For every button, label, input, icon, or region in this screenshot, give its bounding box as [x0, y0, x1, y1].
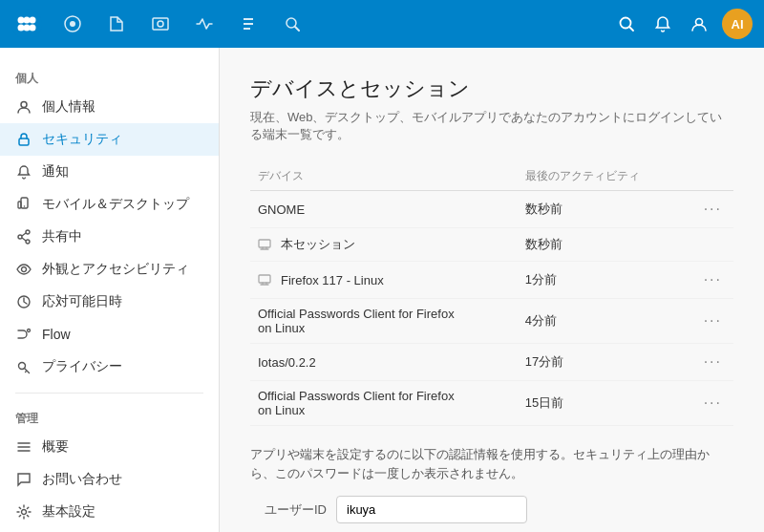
user-icon [15, 98, 32, 116]
avatar[interactable]: AI [722, 9, 753, 39]
notifications-icon[interactable] [649, 11, 676, 37]
topbar-right: AI [613, 9, 753, 39]
table-row: Official Passwords Client for Firefoxon … [250, 381, 733, 426]
sidebar-item-label: モバイル＆デスクトップ [42, 196, 189, 213]
more-button[interactable]: ··· [700, 393, 726, 414]
device-name-cell: 本セッション [250, 228, 518, 262]
device-time: 17分前 [518, 344, 682, 381]
search-icon[interactable] [613, 11, 640, 37]
auth-section: アプリや端末を設定するのに以下の認証情報を使用する。セキュリティ上の理由から、こ… [250, 445, 733, 532]
device-time: 4分前 [518, 299, 682, 344]
svg-point-19 [26, 230, 30, 234]
chat-icon [15, 471, 32, 488]
col-device: デバイス [250, 162, 518, 191]
device-time: 1分前 [518, 262, 682, 299]
sidebar-item-basic[interactable]: 基本設定 [0, 496, 219, 528]
devices-table: デバイス 最後のアクティビティ GNOME数秒前···本セッション数秒前Fire… [250, 162, 733, 426]
sidebar-item-label: プライバシー [42, 358, 122, 375]
main-content: デバイスとセッション 現在、Web、デスクトップ、モバイルアプリであなたのアカウ… [220, 48, 764, 532]
device-time: 15日前 [518, 381, 682, 426]
svg-point-22 [22, 267, 27, 272]
topbar-left [11, 9, 306, 39]
more-button[interactable]: ··· [700, 310, 726, 331]
device-actions [681, 228, 733, 262]
activity-nav[interactable] [191, 11, 218, 37]
col-activity: 最後のアクティビティ [518, 162, 682, 191]
lock-icon [15, 131, 32, 148]
svg-point-24 [28, 330, 31, 332]
svg-point-14 [21, 102, 27, 108]
device-actions[interactable]: ··· [681, 191, 733, 228]
table-row: Official Passwords Client for Firefoxon … [250, 299, 733, 344]
topbar-nav [59, 11, 306, 37]
sidebar-item-mobile-desktop[interactable]: モバイル＆デスクトップ [0, 188, 219, 221]
topbar: AI [0, 0, 764, 48]
user-id-input[interactable] [336, 496, 527, 523]
device-actions[interactable]: ··· [681, 344, 733, 381]
notes-nav[interactable] [235, 11, 262, 37]
svg-point-5 [24, 25, 31, 32]
sidebar-item-availability[interactable]: 応対可能日時 [0, 286, 219, 318]
device-name-cell: Official Passwords Client for Firefoxon … [250, 381, 518, 426]
more-button[interactable]: ··· [700, 269, 726, 290]
device-name-cell: Iotas/0.2.2 [250, 344, 518, 381]
app-logo[interactable] [11, 9, 42, 39]
photos-nav[interactable] [147, 11, 174, 37]
device-actions[interactable]: ··· [681, 381, 733, 426]
sidebar-item-overview[interactable]: 概要 [0, 431, 219, 463]
col-actions [681, 162, 733, 191]
dashboard-nav[interactable] [59, 11, 86, 37]
sidebar-item-flow[interactable]: Flow [0, 318, 219, 351]
sidebar-item-label: 基本設定 [42, 503, 96, 521]
sidebar-item-privacy[interactable]: プライバシー [0, 351, 219, 383]
sidebar-item-label: 応対可能日時 [42, 293, 122, 310]
sidebar-item-personal-info[interactable]: 個人情報 [0, 91, 219, 123]
sidebar-item-support[interactable]: お問い合わせ [0, 463, 219, 496]
more-button[interactable]: ··· [700, 199, 726, 220]
svg-point-21 [18, 235, 22, 239]
sidebar-item-label: 個人情報 [42, 98, 96, 116]
sidebar-section-admin: 管理 [0, 403, 219, 431]
user-id-label: ユーザーID [250, 501, 327, 519]
svg-rect-28 [259, 275, 270, 283]
mobile-icon [15, 196, 32, 213]
more-button[interactable]: ··· [700, 351, 726, 372]
sidebar-item-label: お問い合わせ [42, 471, 122, 488]
contacts-icon[interactable] [686, 11, 712, 37]
svg-point-1 [18, 17, 25, 24]
files-nav[interactable] [103, 11, 130, 37]
device-name-cell: Official Passwords Client for Firefoxon … [250, 299, 518, 344]
sidebar-item-sharing[interactable]: 共有中 [0, 221, 219, 253]
table-row: Firefox 117 - Linux1分前··· [250, 262, 733, 299]
sidebar-divider [15, 393, 203, 394]
svg-point-10 [158, 21, 163, 27]
svg-point-26 [22, 510, 27, 515]
table-row: GNOME数秒前··· [250, 191, 733, 228]
device-actions[interactable]: ··· [681, 299, 733, 344]
device-time: 数秒前 [518, 191, 682, 228]
page-title: デバイスとセッション [250, 74, 733, 103]
svg-point-3 [30, 17, 36, 24]
sidebar-item-label: 概要 [42, 438, 69, 456]
svg-point-2 [24, 17, 31, 24]
sidebar: 個人 個人情報 セキュリティ 通知 モバイル＆デスクトップ [0, 48, 220, 532]
svg-point-4 [18, 25, 25, 32]
passwords-nav[interactable] [279, 11, 306, 37]
device-time: 数秒前 [518, 228, 682, 262]
svg-rect-15 [19, 138, 29, 145]
sidebar-item-label: Flow [42, 327, 71, 342]
auth-desc: アプリや端末を設定するのに以下の認証情報を使用する。セキュリティ上の理由から、こ… [250, 445, 733, 482]
sidebar-item-label: 共有中 [42, 228, 82, 245]
share-icon [15, 228, 32, 245]
clock-icon [15, 293, 32, 310]
flow-icon [15, 326, 32, 343]
sidebar-item-security[interactable]: セキュリティ [0, 123, 219, 156]
table-row: 本セッション数秒前 [250, 228, 733, 262]
sidebar-item-notifications[interactable]: 通知 [0, 156, 219, 188]
svg-point-0 [11, 9, 42, 39]
device-actions[interactable]: ··· [681, 262, 733, 299]
sidebar-item-appearance[interactable]: 外観とアクセシビリティ [0, 253, 219, 286]
svg-rect-17 [18, 202, 21, 208]
gear-icon [15, 503, 32, 521]
svg-rect-9 [153, 18, 168, 30]
